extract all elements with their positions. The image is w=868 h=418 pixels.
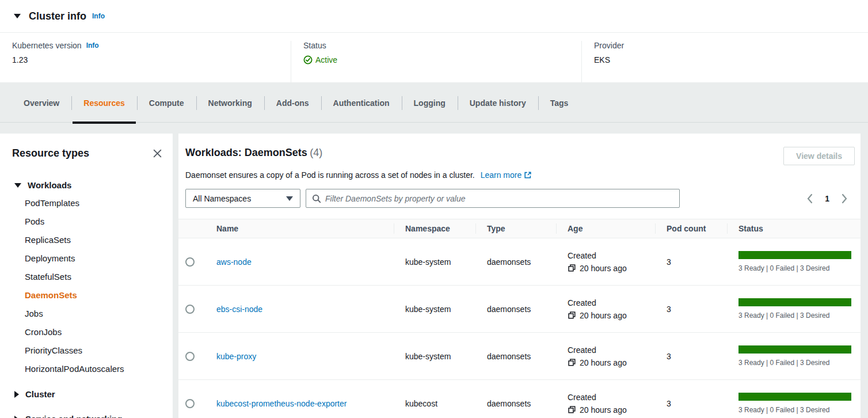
daemonset-search-box[interactable] xyxy=(306,189,680,208)
column-header-age[interactable]: Age xyxy=(556,219,655,238)
pod-count-cell: 3 xyxy=(655,333,727,379)
daemonset-name-link[interactable]: aws-node xyxy=(216,257,252,267)
sidebar-item-statefulsets[interactable]: StatefulSets xyxy=(0,267,173,286)
tab-update-history[interactable]: Update history xyxy=(458,83,538,123)
namespace-filter-select[interactable]: All Namespaces xyxy=(185,189,300,208)
sidebar-item-priorityclasses[interactable]: PriorityClasses xyxy=(0,341,173,359)
cluster-info-info-link[interactable]: Info xyxy=(92,12,105,20)
daemonsets-panel: Workloads: DaemonSets (4) View details D… xyxy=(178,134,861,418)
column-header-type[interactable]: Type xyxy=(475,219,556,238)
previous-page-button[interactable] xyxy=(806,193,813,204)
copy-icon[interactable] xyxy=(568,311,576,320)
status-value: Active xyxy=(315,55,337,64)
tab-resources[interactable]: Resources xyxy=(71,83,137,123)
tab-networking[interactable]: Networking xyxy=(196,83,264,123)
daemonset-name-link[interactable]: ebs-csi-node xyxy=(216,305,262,314)
row-radio-button[interactable] xyxy=(185,257,195,267)
age-cell: Created 20 hours ago xyxy=(556,333,655,379)
close-icon[interactable] xyxy=(152,149,162,159)
age-cell: Created 20 hours ago xyxy=(556,286,655,332)
tab-tags[interactable]: Tags xyxy=(538,83,581,123)
age-created-label: Created xyxy=(568,345,596,355)
tab-logging[interactable]: Logging xyxy=(402,83,458,123)
row-radio-button[interactable] xyxy=(185,352,195,361)
daemonsets-table: NameNamespaceTypeAgePod countStatus aws-… xyxy=(178,219,861,418)
cluster-info-header: Cluster info Info xyxy=(0,0,868,33)
kubernetes-version-info-link[interactable]: Info xyxy=(86,41,99,50)
panel-description: Daemonset ensures a copy of a Pod is run… xyxy=(185,170,475,180)
kubernetes-version-value: 1.23 xyxy=(12,55,291,64)
kubernetes-version-label: Kubernetes version xyxy=(12,41,82,50)
next-page-button[interactable] xyxy=(841,193,848,204)
status-field: Status Active xyxy=(291,41,581,82)
tab-label: Update history xyxy=(470,98,526,108)
table-row: aws-node kube-system daemonsets Created … xyxy=(178,238,861,286)
sidebar-item-jobs[interactable]: Jobs xyxy=(0,304,173,322)
provider-label: Provider xyxy=(594,41,624,50)
triangle-right-icon xyxy=(14,391,19,398)
kubernetes-version-field: Kubernetes version Info 1.23 xyxy=(0,41,291,82)
sidebar-group-service-and-networking[interactable]: Service and networking xyxy=(0,411,173,418)
tab-overview[interactable]: Overview xyxy=(12,83,71,123)
age-value: 20 hours ago xyxy=(580,264,627,273)
triangle-right-icon xyxy=(14,416,19,418)
status-text: 3 Ready | 0 Failed | 3 Desired xyxy=(738,264,829,272)
sidebar-item-podtemplates[interactable]: PodTemplates xyxy=(0,193,173,212)
triangle-down-icon xyxy=(14,183,21,188)
tab-authentication[interactable]: Authentication xyxy=(321,83,402,123)
column-header-namespace[interactable]: Namespace xyxy=(394,219,475,238)
row-radio-button[interactable] xyxy=(185,399,195,408)
sidebar-item-pods[interactable]: Pods xyxy=(0,212,173,230)
daemonset-name-link[interactable]: kubecost-prometheus-node-exporter xyxy=(216,399,347,408)
sidebar-group-cluster[interactable]: Cluster xyxy=(0,386,173,402)
status-text: 3 Ready | 0 Failed | 3 Desired xyxy=(738,311,829,320)
sidebar-group-workloads[interactable]: Workloads xyxy=(0,177,173,193)
current-page-number[interactable]: 1 xyxy=(825,194,829,203)
column-header-name[interactable]: Name xyxy=(205,219,394,238)
sidebar-item-horizontalpodautoscalers[interactable]: HorizontalPodAutoscalers xyxy=(0,359,173,378)
sidebar-item-cronjobs[interactable]: CronJobs xyxy=(0,322,173,341)
row-radio-button[interactable] xyxy=(185,305,195,314)
namespace-cell: kubecost xyxy=(394,380,475,418)
sidebar-item-deployments[interactable]: Deployments xyxy=(0,249,173,267)
pod-count-cell: 3 xyxy=(655,286,727,332)
status-active-check-icon xyxy=(303,55,313,64)
tab-label: Resources xyxy=(83,98,125,108)
sidebar-item-daemonsets[interactable]: DaemonSets xyxy=(0,286,173,304)
type-cell: daemonsets xyxy=(475,286,556,332)
learn-more-link[interactable]: Learn more xyxy=(481,170,532,180)
column-header-status[interactable]: Status xyxy=(727,219,861,238)
search-input[interactable] xyxy=(325,194,673,203)
table-row: kube-proxy kube-system daemonsets Create… xyxy=(178,333,861,380)
tab-compute[interactable]: Compute xyxy=(137,83,196,123)
sidebar-item-replicasets[interactable]: ReplicaSets xyxy=(0,230,173,249)
status-cell: 3 Ready | 0 Failed | 3 Desired xyxy=(727,380,861,418)
age-value: 20 hours ago xyxy=(580,358,627,367)
provider-field: Provider EKS xyxy=(581,41,868,82)
age-value: 20 hours ago xyxy=(580,405,627,415)
table-header-row: NameNamespaceTypeAgePod countStatus xyxy=(178,219,861,238)
sidebar-group-label: Workloads xyxy=(28,180,71,190)
copy-icon[interactable] xyxy=(568,264,576,272)
daemonset-name-link[interactable]: kube-proxy xyxy=(216,352,256,361)
tab-add-ons[interactable]: Add-ons xyxy=(264,83,321,123)
tab-bar: Overview Resources Compute Networking Ad… xyxy=(0,83,868,123)
tabs-band: Overview Resources Compute Networking Ad… xyxy=(0,82,868,134)
right-edge-gutter xyxy=(861,134,868,418)
column-header-pod-count[interactable]: Pod count xyxy=(655,219,727,238)
status-progress-bar xyxy=(738,298,851,306)
table-row: ebs-csi-node kube-system daemonsets Crea… xyxy=(178,286,861,333)
cluster-info-title: Cluster info xyxy=(29,10,86,22)
pagination: 1 xyxy=(806,193,848,204)
view-details-button[interactable]: View details xyxy=(783,147,855,165)
copy-icon[interactable] xyxy=(568,405,576,414)
type-cell: daemonsets xyxy=(475,380,556,418)
status-label: Status xyxy=(303,41,326,50)
age-value: 20 hours ago xyxy=(580,311,627,320)
collapse-triangle-icon[interactable] xyxy=(14,14,21,18)
copy-icon[interactable] xyxy=(568,358,576,367)
panel-title: Workloads: DaemonSets xyxy=(185,147,307,158)
tab-label: Authentication xyxy=(333,98,390,108)
namespace-filter-value: All Namespaces xyxy=(193,194,251,203)
external-link-icon xyxy=(524,171,532,179)
